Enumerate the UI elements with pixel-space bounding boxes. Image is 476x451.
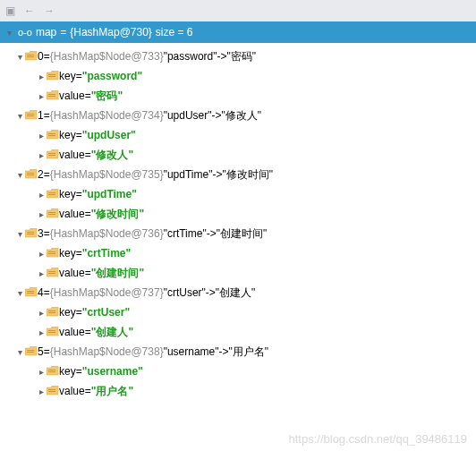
key-label: key	[59, 365, 76, 378]
chevron-right-icon[interactable]: ▸	[36, 367, 47, 377]
equals-sign: =	[44, 168, 50, 181]
node-icon	[25, 346, 38, 357]
entry-row[interactable]: ▾ 3 = {HashMap$Node@736} "crtTime" -> "创…	[0, 224, 476, 243]
chevron-down-icon[interactable]: ▾	[14, 229, 25, 239]
key-row[interactable]: ▸ key = "updTime"	[0, 184, 476, 204]
svg-rect-25	[27, 293, 34, 294]
value-value: "用户名"	[91, 384, 133, 399]
chevron-right-icon[interactable]: ▸	[36, 268, 47, 278]
equals-sign: =	[76, 247, 82, 260]
key-label: key	[59, 306, 76, 319]
entry-row[interactable]: ▾ 4 = {HashMap$Node@737} "crtUser" -> "创…	[0, 283, 476, 302]
value-label: value	[59, 326, 85, 338]
value-row[interactable]: ▸ value = "密码"	[0, 86, 476, 106]
chevron-right-icon[interactable]: ▸	[36, 190, 47, 200]
equals-sign: =	[85, 208, 91, 220]
chevron-right-icon[interactable]: ▸	[36, 131, 47, 140]
equals-sign: =	[85, 385, 91, 397]
value-row[interactable]: ▸ value = "修改人"	[0, 145, 476, 165]
key-row[interactable]: ▸ key = "username"	[0, 362, 476, 381]
expand-icon[interactable]: ▾	[4, 28, 14, 38]
svg-rect-1	[27, 56, 34, 57]
svg-rect-0	[27, 55, 34, 55]
variable-header[interactable]: ▾ o-o map = {HashMap@730} size = 6	[0, 21, 476, 43]
key-row[interactable]: ▸ key = "updUser"	[0, 125, 476, 145]
svg-rect-16	[48, 212, 55, 213]
chevron-right-icon[interactable]: ▸	[36, 308, 47, 318]
node-icon	[47, 71, 59, 81]
value-value: "创建时间"	[91, 266, 144, 281]
equals-sign: =	[85, 326, 91, 338]
key-label: key	[59, 70, 76, 82]
key-value: "updUser"	[82, 129, 136, 141]
node-icon	[25, 169, 38, 180]
equals-sign: =	[76, 306, 82, 319]
chevron-down-icon[interactable]: ▾	[14, 52, 25, 62]
entry-key-display: "username"	[164, 345, 219, 358]
key-row[interactable]: ▸ key = "crtTime"	[0, 243, 476, 263]
svg-rect-5	[48, 96, 55, 97]
chevron-right-icon[interactable]: ▸	[36, 209, 47, 219]
entry-row[interactable]: ▾ 5 = {HashMap$Node@738} "username" -> "…	[0, 342, 476, 362]
svg-rect-24	[27, 291, 34, 292]
node-icon	[47, 307, 59, 318]
chevron-right-icon[interactable]: ▸	[36, 387, 47, 396]
equals-sign: =	[76, 129, 82, 141]
entry-key-display: "crtTime"	[164, 227, 207, 240]
entry-value-display: "创建时间"	[217, 226, 268, 242]
value-row[interactable]: ▸ value = "修改时间"	[0, 204, 476, 224]
entry-row[interactable]: ▾ 0 = {HashMap$Node@733} "password" -> "…	[0, 47, 476, 66]
equals-sign: =	[76, 188, 82, 200]
node-icon	[47, 248, 59, 259]
equals-sign: =	[76, 365, 82, 378]
svg-rect-34	[48, 389, 55, 390]
node-icon	[47, 189, 59, 200]
entry-node-type: {HashMap$Node@736}	[50, 227, 164, 240]
arrow-sign: ->	[212, 109, 222, 122]
chevron-right-icon[interactable]: ▸	[36, 72, 47, 81]
svg-rect-20	[48, 251, 55, 252]
console-icon[interactable]: ▣	[5, 4, 15, 17]
svg-rect-18	[27, 232, 34, 233]
value-row[interactable]: ▸ value = "用户名"	[0, 381, 476, 401]
chevron-right-icon[interactable]: ▸	[36, 249, 47, 259]
chevron-right-icon[interactable]: ▸	[36, 328, 47, 337]
entry-index: 1	[38, 109, 44, 122]
entry-key-display: "updUser"	[164, 109, 212, 122]
value-label: value	[59, 267, 85, 279]
equals-sign: =	[85, 149, 91, 161]
back-icon[interactable]: ←	[24, 4, 35, 17]
svg-rect-10	[48, 153, 55, 154]
entry-row[interactable]: ▾ 1 = {HashMap$Node@734} "updUser" -> "修…	[0, 106, 476, 125]
node-icon	[25, 110, 38, 121]
key-row[interactable]: ▸ key = "crtUser"	[0, 302, 476, 322]
chevron-right-icon[interactable]: ▸	[36, 150, 47, 160]
chevron-right-icon[interactable]: ▸	[36, 91, 47, 101]
svg-rect-8	[48, 133, 55, 134]
equals-sign: =	[44, 227, 50, 240]
entry-row[interactable]: ▾ 2 = {HashMap$Node@735} "updTime" -> "修…	[0, 165, 476, 184]
value-row[interactable]: ▸ value = "创建人"	[0, 322, 476, 342]
equals-sign: =	[44, 345, 50, 358]
key-label: key	[59, 129, 76, 141]
key-value: "updTime"	[82, 188, 137, 200]
entry-value-display: "修改人"	[222, 108, 262, 123]
svg-rect-27	[48, 312, 55, 313]
key-row[interactable]: ▸ key = "password"	[0, 66, 476, 86]
node-icon	[47, 90, 59, 101]
value-row[interactable]: ▸ value = "创建时间"	[0, 263, 476, 283]
svg-rect-11	[48, 155, 55, 156]
entry-value-display: "修改时间"	[222, 167, 273, 183]
entry-index: 4	[38, 286, 44, 299]
entry-node-type: {HashMap$Node@738}	[50, 345, 164, 358]
chevron-down-icon[interactable]: ▾	[14, 347, 25, 357]
svg-rect-30	[27, 350, 34, 351]
entry-index: 3	[38, 227, 44, 240]
equals-sign: =	[85, 89, 91, 102]
forward-icon[interactable]: →	[44, 4, 55, 17]
chevron-down-icon[interactable]: ▾	[14, 288, 25, 298]
chevron-down-icon[interactable]: ▾	[14, 111, 25, 121]
arrow-sign: ->	[207, 227, 217, 240]
chevron-down-icon[interactable]: ▾	[14, 170, 25, 180]
watermark: https://blog.csdn.net/qq_39486119	[289, 432, 468, 446]
